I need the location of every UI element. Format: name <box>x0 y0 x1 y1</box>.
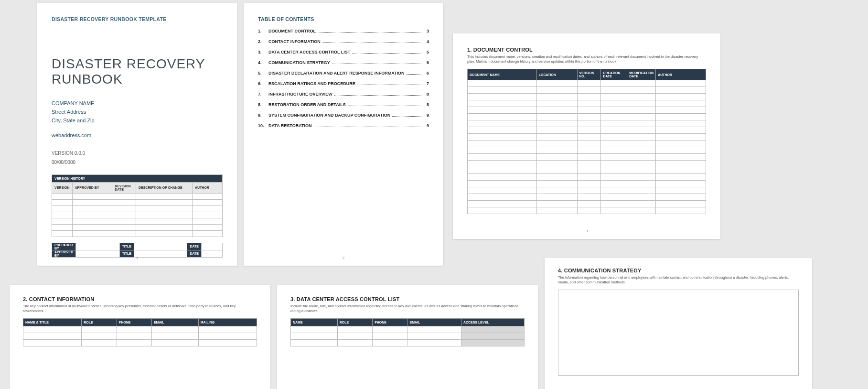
col-email: EMAIL <box>407 319 461 326</box>
table-row <box>52 218 223 224</box>
document-control-table: DOCUMENT NAME LOCATION VERSION NO. CREAT… <box>467 69 706 214</box>
table-row <box>468 94 706 100</box>
toc-item: 3.DATA CENTER ACCESS CONTROL LIST5 <box>258 50 429 54</box>
vh-col-author: AUTHOR <box>192 182 222 193</box>
table-row <box>468 194 706 201</box>
col-name-title: NAME & TITLE <box>23 319 82 326</box>
vh-title: VERSION HISTORY <box>52 174 223 182</box>
toc-item: 6.ESCALATION RATINGS AND PROCEDURE7 <box>258 81 429 86</box>
title-label: TITLE <box>119 243 134 250</box>
page-4-contact-info: 2. CONTACT INFORMATION The key contact i… <box>10 285 270 389</box>
template-label: DISASTER RECOVERY RUNBOOK TEMPLATE <box>52 16 223 22</box>
title-value <box>134 243 187 250</box>
col-role: ROLE <box>82 319 117 326</box>
table-row <box>291 333 525 340</box>
vh-col-approved: APPROVED BY <box>72 182 112 193</box>
table-row <box>468 181 706 187</box>
date-label: 00/00/0000 <box>52 160 223 165</box>
table-row <box>468 207 706 214</box>
col-doc-name: DOCUMENT NAME <box>468 69 537 80</box>
table-row <box>52 224 223 230</box>
table-row <box>291 326 525 333</box>
company-name: COMPANY NAME <box>52 100 94 106</box>
title-line-2: RUNBOOK <box>52 72 123 86</box>
document-title: DISASTER RECOVERY RUNBOOK <box>52 56 223 87</box>
section-description: Include the name, role, and contact info… <box>290 304 525 313</box>
date-label-1: DATE <box>187 243 202 250</box>
toc-heading: TABLE OF CONTENTS <box>258 16 429 22</box>
table-row <box>23 333 257 340</box>
table-row <box>468 134 706 140</box>
col-location: LOCATION <box>536 69 577 80</box>
table-row <box>468 127 706 134</box>
version-label: VERSION 0.0.0 <box>52 151 223 156</box>
table-row <box>468 107 706 114</box>
title-value-2 <box>134 250 187 257</box>
toc-list: 1.DOCUMENT CONTROL3 2.CONTACT INFORMATIO… <box>258 29 429 128</box>
page-number: 1 <box>136 256 138 260</box>
table-row <box>468 201 706 207</box>
page-2-toc: TABLE OF CONTENTS 1.DOCUMENT CONTROL3 2.… <box>244 3 443 266</box>
date-value-2 <box>202 250 223 257</box>
col-mailing: MAILING <box>198 319 257 326</box>
toc-item: 2.CONTACT INFORMATION4 <box>258 39 429 44</box>
table-row <box>468 87 706 94</box>
page-number: 3 <box>586 229 588 233</box>
page-number: 2 <box>343 256 344 260</box>
table-row <box>52 230 223 237</box>
section-description: The information regarding how personnel … <box>558 275 799 285</box>
toc-item: 7.INFRASTRUCTURE OVERVIEW8 <box>258 92 429 97</box>
col-phone: PHONE <box>373 319 407 326</box>
content-box <box>558 290 799 376</box>
col-phone: PHONE <box>117 319 151 326</box>
table-row <box>468 140 706 147</box>
table-row <box>468 147 706 154</box>
table-row <box>52 205 223 212</box>
web-address: webaddress.com <box>52 131 223 140</box>
toc-item: 8.RESTORATION ORDER AND DETAILS8 <box>258 102 429 107</box>
col-name: NAME <box>291 319 338 326</box>
col-mod-date: MODIFICATION DATE <box>627 69 656 80</box>
col-email: EMAIL <box>151 319 198 326</box>
page-3-document-control: 1. DOCUMENT CONTROL This includes docume… <box>453 33 720 239</box>
page-5-access-control: 3. DATA CENTER ACCESS CONTROL LIST Inclu… <box>277 285 538 389</box>
access-table: NAME ROLE PHONE EMAIL ACCESS LEVEL <box>290 318 525 346</box>
company-block: COMPANY NAME Street Address City, State … <box>52 99 223 140</box>
table-row <box>468 100 706 107</box>
section-description: The key contact information of all invol… <box>23 304 257 313</box>
city-state-zip: City, State and Zip <box>52 118 95 123</box>
section-heading: 2. CONTACT INFORMATION <box>23 296 257 302</box>
table-row <box>52 193 223 199</box>
table-row <box>468 120 706 127</box>
toc-item: 5.DISASTER DECLARATION AND ALERT RESPONS… <box>258 71 429 76</box>
approved-by-label: APPROVED BY <box>52 250 76 257</box>
vh-col-desc: DESCRIPTION OF CHANGE <box>136 182 192 193</box>
toc-item: 9.SYSTEM CONFIGURATION AND BACKUP CONFIG… <box>258 113 429 118</box>
section-heading: 4. COMMUNICATION STRATEGY <box>558 268 799 273</box>
table-row <box>468 114 706 120</box>
title-line-1: DISASTER RECOVERY <box>52 56 205 71</box>
section-description: This includes document name, versions, c… <box>467 54 706 64</box>
table-row <box>23 340 257 346</box>
table-row <box>468 174 706 181</box>
col-role: ROLE <box>337 319 372 326</box>
col-creation-date: CREATION DATE <box>601 69 627 80</box>
page-1-cover: DISASTER RECOVERY RUNBOOK TEMPLATE DISAS… <box>37 3 237 266</box>
col-version-no: VERSION NO. <box>577 69 601 80</box>
table-row <box>468 161 706 167</box>
table-row <box>468 154 706 161</box>
table-row <box>468 167 706 174</box>
toc-item: 1.DOCUMENT CONTROL3 <box>258 29 429 33</box>
date-value-1 <box>202 243 223 250</box>
table-row <box>468 187 706 194</box>
date-label-2: DATE <box>187 250 202 257</box>
section-heading: 3. DATA CENTER ACCESS CONTROL LIST <box>290 296 525 302</box>
table-row <box>52 212 223 218</box>
version-history-table: VERSION HISTORY VERSION APPROVED BY REVI… <box>52 174 223 237</box>
approved-by-value <box>76 250 119 257</box>
prepared-by-label: PREPARED BY <box>52 243 76 250</box>
table-row <box>23 326 257 333</box>
table-row <box>291 340 525 346</box>
table-row <box>52 199 223 205</box>
page-6-communication: 4. COMMUNICATION STRATEGY The informatio… <box>545 258 812 389</box>
